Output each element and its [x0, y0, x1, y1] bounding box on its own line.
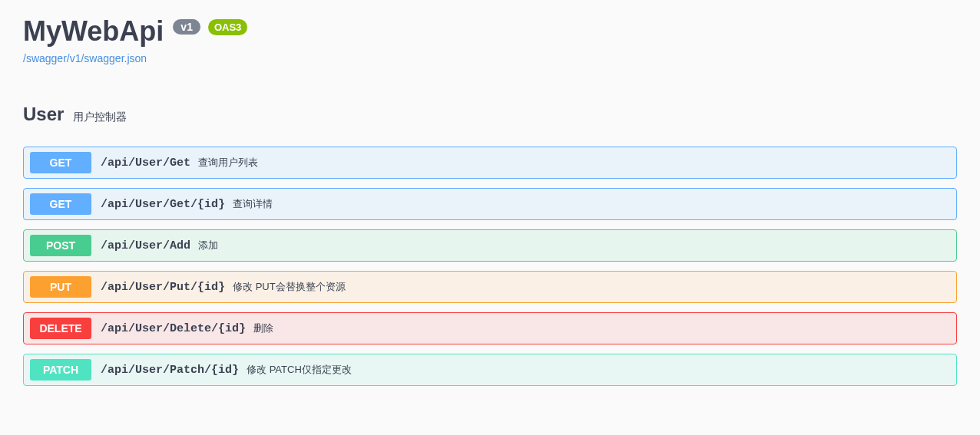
- operation-post-user-add[interactable]: POST /api/User/Add 添加: [23, 229, 957, 262]
- operation-summary: 修改 PATCH仅指定更改: [247, 363, 352, 377]
- version-badge: v1: [173, 19, 200, 35]
- operation-summary: 添加: [198, 239, 218, 252]
- operation-get-user-by-id[interactable]: GET /api/User/Get/{id} 查询详情: [23, 188, 957, 220]
- operation-path: /api/User/Put/{id}: [101, 281, 225, 294]
- tag-name: User: [23, 104, 64, 125]
- swagger-json-link[interactable]: /swagger/v1/swagger.json: [23, 52, 147, 64]
- oas-badge: OAS3: [208, 19, 247, 35]
- tag-description: 用户控制器: [73, 110, 127, 124]
- method-badge: GET: [30, 152, 91, 173]
- operation-summary: 查询用户列表: [198, 156, 258, 170]
- operation-path: /api/User/Delete/{id}: [101, 322, 246, 335]
- tag-header[interactable]: User 用户控制器: [23, 104, 957, 133]
- operation-path: /api/User/Patch/{id}: [101, 364, 239, 377]
- method-badge: POST: [30, 235, 91, 256]
- operation-path: /api/User/Get/{id}: [101, 198, 225, 211]
- tag-section-user: User 用户控制器 GET /api/User/Get 查询用户列表 GET …: [23, 104, 957, 386]
- operation-summary: 查询详情: [233, 197, 273, 211]
- method-badge: GET: [30, 193, 91, 215]
- operation-path: /api/User/Get: [101, 157, 190, 170]
- method-badge: PUT: [30, 276, 91, 298]
- operation-path: /api/User/Add: [101, 239, 190, 252]
- operation-summary: 修改 PUT会替换整个资源: [233, 280, 346, 294]
- operation-patch-user[interactable]: PATCH /api/User/Patch/{id} 修改 PATCH仅指定更改: [23, 354, 957, 386]
- operation-put-user[interactable]: PUT /api/User/Put/{id} 修改 PUT会替换整个资源: [23, 271, 957, 303]
- method-badge: PATCH: [30, 359, 91, 381]
- operation-delete-user[interactable]: DELETE /api/User/Delete/{id} 删除: [23, 312, 957, 344]
- operation-summary: 删除: [253, 321, 273, 335]
- method-badge: DELETE: [30, 318, 91, 339]
- operation-get-users[interactable]: GET /api/User/Get 查询用户列表: [23, 147, 957, 179]
- api-title: MyWebApi: [23, 15, 164, 48]
- api-header: MyWebApi v1 OAS3 /swagger/v1/swagger.jso…: [23, 15, 957, 65]
